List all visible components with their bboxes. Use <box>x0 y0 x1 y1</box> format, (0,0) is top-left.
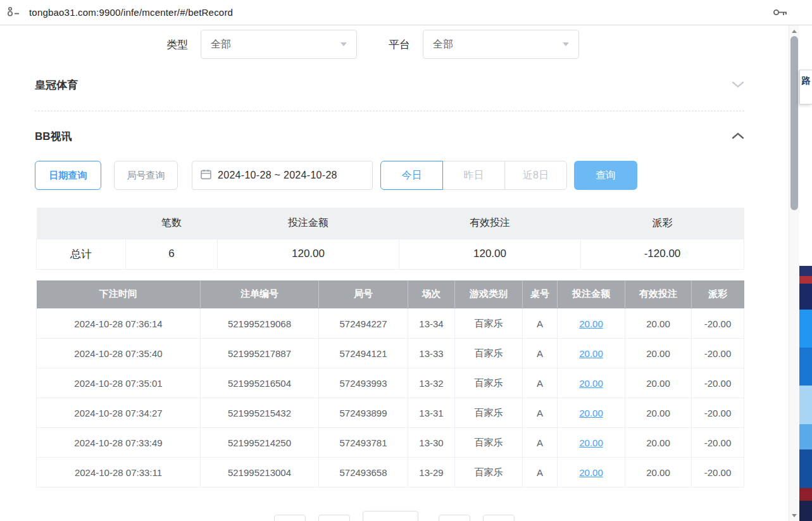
scroll-down-arrow-icon[interactable] <box>789 510 799 520</box>
summary-count-value: 6 <box>126 239 218 269</box>
cell-time: 2024-10-28 07:33:11 <box>37 458 201 487</box>
platform-select[interactable]: 全部 <box>423 30 579 59</box>
cell-session: 13-34 <box>408 309 455 339</box>
cell-valid-bet: 20.00 <box>625 458 692 487</box>
cell-game: 百家乐 <box>455 309 523 339</box>
vertical-scrollbar[interactable] <box>789 25 799 521</box>
summary-header-bet-amount: 投注金额 <box>218 208 399 239</box>
cell-table-no: A <box>523 339 558 368</box>
table-row: 2024-10-28 07:36:14 521995219068 5724942… <box>37 309 744 339</box>
cell-session: 13-30 <box>408 428 455 458</box>
cell-order-no: 521995214250 <box>201 428 319 458</box>
first-page-button[interactable]: « <box>274 515 306 521</box>
type-select[interactable]: 全部 <box>201 30 357 59</box>
cell-table-no: A <box>523 398 558 428</box>
summary-header-empty <box>37 208 126 239</box>
chevron-up-icon[interactable] <box>732 130 744 142</box>
scrollbar-thumb[interactable] <box>790 36 798 210</box>
cell-time: 2024-10-28 07:36:14 <box>37 309 201 339</box>
cell-game: 百家乐 <box>455 339 523 368</box>
cell-payout: -20.00 <box>692 339 744 368</box>
date-range-input[interactable]: 2024-10-28 ~ 2024-10-28 <box>192 161 373 190</box>
bet-amount-link[interactable]: 20.00 <box>579 348 603 359</box>
cell-payout: -20.00 <box>692 309 744 339</box>
cell-round-no: 572493899 <box>319 398 408 428</box>
quick-range-group: 今日 昨日 近8日 <box>380 161 567 190</box>
bet-amount-link[interactable]: 20.00 <box>579 467 603 478</box>
chevron-down-icon[interactable] <box>732 79 744 91</box>
type-label: 类型 <box>166 37 188 52</box>
table-row: 2024-10-28 07:34:27 521995215432 5724938… <box>37 398 744 428</box>
browser-bar: tongbao31.com:9900/infe/mcenter/#/betRec… <box>0 0 812 25</box>
cell-table-no: A <box>523 309 558 339</box>
cell-payout: -20.00 <box>692 398 744 428</box>
date-query-button[interactable]: 日期查询 <box>35 161 101 190</box>
cell-game: 百家乐 <box>455 368 523 398</box>
today-button[interactable]: 今日 <box>380 161 443 190</box>
cell-time: 2024-10-28 07:33:49 <box>37 428 201 458</box>
col-round-no: 局号 <box>319 280 408 309</box>
filter-row: 类型 全部 平台 全部 <box>0 25 789 59</box>
table-row: 2024-10-28 07:35:40 521995217887 5724941… <box>37 339 744 368</box>
cell-valid-bet: 20.00 <box>625 398 692 428</box>
summary-table: 笔数 投注金额 有效投注 派彩 总计 6 120.00 120.00 -120.… <box>36 208 744 270</box>
yesterday-button[interactable]: 昨日 <box>442 161 505 190</box>
cell-session: 13-32 <box>408 368 455 398</box>
cell-order-no: 521995217887 <box>201 339 319 368</box>
section-crown-sports[interactable]: 皇冠体育 <box>35 59 744 111</box>
search-button[interactable]: 查询 <box>574 161 637 190</box>
col-valid-bet: 有效投注 <box>625 280 692 309</box>
bet-amount-link[interactable]: 20.00 <box>579 318 603 329</box>
calendar-icon <box>201 169 211 182</box>
col-order-no: 注单编号 <box>201 280 319 309</box>
col-payout: 派彩 <box>692 280 744 309</box>
cell-valid-bet: 20.00 <box>625 428 692 458</box>
last-page-button[interactable]: » <box>483 515 515 521</box>
password-key-icon[interactable] <box>773 8 788 16</box>
cell-table-no: A <box>523 428 558 458</box>
cell-session: 13-33 <box>408 339 455 368</box>
summary-header-payout: 派彩 <box>581 208 744 239</box>
cell-time: 2024-10-28 07:35:40 <box>37 339 201 368</box>
cell-valid-bet: 20.00 <box>625 368 692 398</box>
col-table-no: 桌号 <box>523 280 558 309</box>
section-bb-video[interactable]: BB视讯 <box>35 111 744 161</box>
scroll-up-arrow-icon[interactable] <box>789 26 799 36</box>
road-map-tab[interactable]: 路 <box>799 70 812 104</box>
col-bet-amount: 投注金额 <box>558 280 625 309</box>
cell-order-no: 521995219068 <box>201 309 319 339</box>
bb-video-title: BB视讯 <box>35 129 72 144</box>
summary-payout-value: -120.00 <box>581 239 744 269</box>
cell-valid-bet: 20.00 <box>625 309 692 339</box>
platform-label: 平台 <box>389 37 410 52</box>
bet-amount-link[interactable]: 20.00 <box>579 437 603 448</box>
next-page-button[interactable]: › <box>439 515 470 521</box>
promo-banner-strip[interactable] <box>799 266 812 521</box>
cell-table-no: A <box>523 368 558 398</box>
round-query-button[interactable]: 局号查询 <box>114 161 178 190</box>
cell-session: 13-29 <box>408 458 455 487</box>
cell-round-no: 572493658 <box>319 458 408 487</box>
summary-header-valid-bet: 有效投注 <box>399 208 581 239</box>
query-toolbar: 日期查询 局号查询 2024-10-28 ~ 2024-10-28 今日 昨日 … <box>35 161 789 190</box>
recent-8-days-button[interactable]: 近8日 <box>504 161 567 190</box>
cell-time: 2024-10-28 07:35:01 <box>37 368 201 398</box>
tab-icon <box>6 6 22 20</box>
cell-payout: -20.00 <box>692 428 744 458</box>
bet-amount-link[interactable]: 20.00 <box>579 378 603 389</box>
summary-valid-bet-value: 120.00 <box>399 239 581 269</box>
summary-header-count: 笔数 <box>126 208 218 239</box>
page-size-select[interactable] <box>363 511 418 521</box>
address-bar-url[interactable]: tongbao31.com:9900/infe/mcenter/#/betRec… <box>29 7 233 18</box>
bet-records-table: 下注时间 注单编号 局号 场次 游戏类别 桌号 投注金额 有效投注 派彩 202… <box>36 280 744 488</box>
records-header-row: 下注时间 注单编号 局号 场次 游戏类别 桌号 投注金额 有效投注 派彩 <box>37 280 744 309</box>
cell-round-no: 572494227 <box>319 309 408 339</box>
cell-round-no: 572493781 <box>319 428 408 458</box>
cell-order-no: 521995213004 <box>201 458 319 487</box>
bet-amount-link[interactable]: 20.00 <box>579 408 603 418</box>
prev-page-button[interactable]: ‹ <box>318 515 350 521</box>
table-row: 2024-10-28 07:33:11 521995213004 5724936… <box>37 458 744 487</box>
cell-game: 百家乐 <box>455 398 523 428</box>
cell-round-no: 572494121 <box>319 339 408 368</box>
summary-total-label: 总计 <box>37 239 126 269</box>
